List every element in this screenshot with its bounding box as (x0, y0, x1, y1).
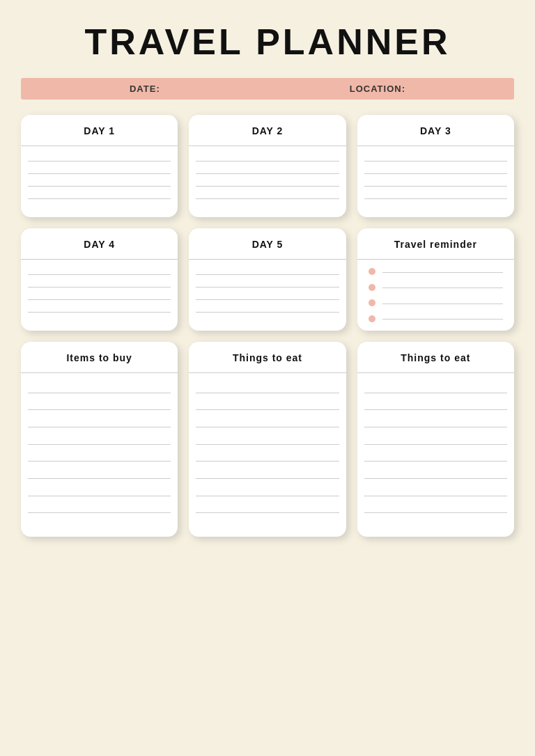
card-day1-lines (21, 146, 178, 217)
reminder-line (382, 272, 503, 273)
card-day2-header: DAY 2 (189, 115, 346, 146)
line (364, 187, 507, 199)
line (196, 262, 339, 275)
line (364, 513, 507, 530)
page-title: TRAVEL PLANNER (85, 21, 451, 63)
cards-grid: DAY 1 DAY 2 (21, 115, 514, 537)
reminder-item (369, 297, 503, 310)
line (28, 479, 171, 496)
card-day4-label: DAY 4 (84, 239, 115, 250)
line (28, 149, 171, 162)
line (28, 427, 171, 445)
reminder-item (369, 313, 503, 326)
line (28, 376, 171, 393)
reminder-dot (369, 268, 375, 275)
line (28, 313, 171, 325)
line (196, 313, 339, 325)
date-label: DATE: (130, 84, 160, 94)
page: TRAVEL PLANNER DATE: LOCATION: DAY 1 DAY… (0, 0, 535, 756)
card-travel-reminder: Travel reminder (357, 228, 514, 331)
line (364, 149, 507, 162)
reminder-line (382, 319, 503, 320)
card-eat1-header: Things to eat (189, 342, 346, 373)
header-bar: DATE: LOCATION: (21, 78, 514, 100)
line (28, 288, 171, 300)
card-reminder-label: Travel reminder (394, 239, 477, 250)
card-day1-label: DAY 1 (84, 125, 115, 136)
card-day4-lines (21, 260, 178, 331)
line (28, 187, 171, 199)
card-reminder-header: Travel reminder (357, 228, 514, 260)
reminder-line (382, 304, 503, 304)
card-day1-header: DAY 1 (21, 115, 178, 146)
line (28, 462, 171, 479)
card-eat2-lines (357, 373, 514, 537)
line (196, 275, 339, 288)
card-day3-header: DAY 3 (357, 115, 514, 146)
line (28, 445, 171, 462)
line (196, 199, 339, 212)
line (364, 410, 507, 427)
card-things-to-eat-2: Things to eat (357, 342, 514, 537)
line (28, 174, 171, 187)
line (28, 496, 171, 514)
line (28, 199, 171, 212)
line (196, 174, 339, 187)
line (28, 513, 171, 530)
line (196, 479, 339, 496)
card-eat2-label: Things to eat (401, 352, 470, 363)
line (196, 445, 339, 462)
card-eat1-lines (189, 373, 346, 537)
line (28, 275, 171, 288)
line (364, 393, 507, 411)
line (364, 199, 507, 212)
line (196, 288, 339, 300)
reminder-dot (369, 284, 375, 291)
card-items-label: Items to buy (66, 352, 132, 363)
line (364, 479, 507, 496)
reminder-item (369, 281, 503, 294)
line (196, 393, 339, 411)
line (196, 149, 339, 162)
line (196, 300, 339, 313)
line (196, 462, 339, 479)
line (364, 496, 507, 514)
line (28, 410, 171, 427)
card-day4-header: DAY 4 (21, 228, 178, 260)
reminder-dot (369, 299, 375, 306)
line (196, 410, 339, 427)
card-day3-lines (357, 146, 514, 217)
line (28, 393, 171, 411)
reminder-item (369, 265, 503, 278)
card-day3: DAY 3 (357, 115, 514, 217)
card-eat1-label: Things to eat (233, 352, 302, 363)
card-day5-header: DAY 5 (189, 228, 346, 260)
card-things-to-eat-1: Things to eat (189, 342, 346, 537)
card-day3-label: DAY 3 (420, 125, 451, 136)
card-day5-label: DAY 5 (252, 239, 284, 250)
line (28, 262, 171, 275)
card-day5-lines (189, 260, 346, 331)
card-day2-label: DAY 2 (252, 125, 284, 136)
line (196, 427, 339, 445)
line (196, 162, 339, 174)
line (364, 427, 507, 445)
card-day5: DAY 5 (189, 228, 346, 331)
card-day4: DAY 4 (21, 228, 178, 331)
card-items-header: Items to buy (21, 342, 178, 373)
line (364, 462, 507, 479)
card-reminder-lines (357, 260, 514, 331)
line (28, 300, 171, 313)
line (196, 376, 339, 393)
reminder-dot (369, 315, 375, 322)
line (364, 445, 507, 462)
location-label: LOCATION: (350, 84, 405, 94)
line (196, 187, 339, 199)
line (28, 162, 171, 174)
line (364, 162, 507, 174)
line (364, 376, 507, 393)
line (196, 496, 339, 514)
card-items-lines (21, 373, 178, 537)
card-eat2-header: Things to eat (357, 342, 514, 373)
card-items-to-buy: Items to buy (21, 342, 178, 537)
